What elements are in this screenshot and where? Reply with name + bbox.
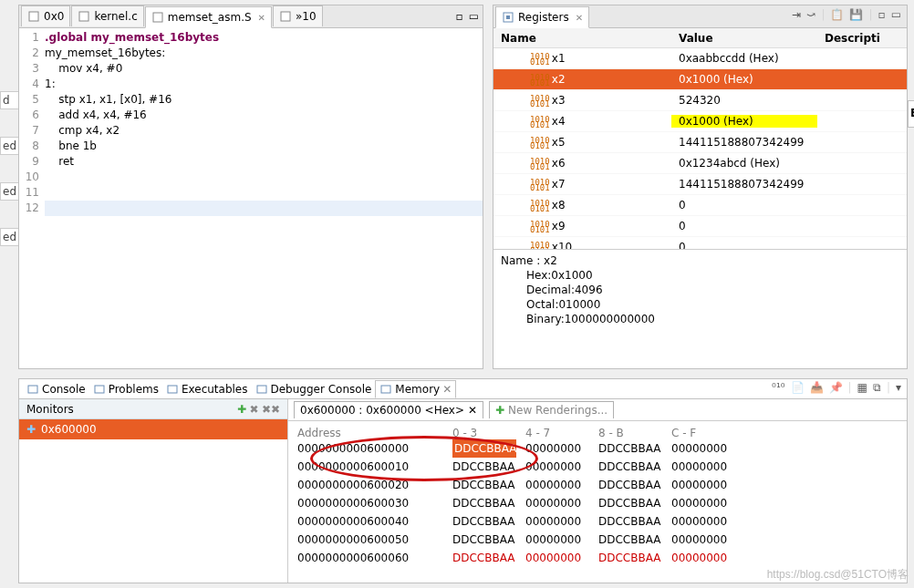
register-row-x6[interactable]: 10100101 x60x1234abcd (Hex)	[493, 153, 907, 174]
memory-cell[interactable]: 00000000	[671, 512, 735, 531]
register-row-x1[interactable]: 10100101 x10xaabbccdd (Hex)	[493, 48, 907, 69]
remove-all-icon[interactable]: ✖✖	[262, 403, 280, 416]
register-value: 0x1234abcd (Hex)	[671, 157, 817, 170]
monitor-item[interactable]: ✚ 0x600000	[19, 419, 287, 439]
register-row-x4[interactable]: 10100101 x40x1000 (Hex)	[493, 111, 907, 132]
save-icon[interactable]: 💾	[849, 8, 863, 21]
memory-row[interactable]: 0000000000600060DDCCBBAA00000000DDCCBBAA…	[297, 549, 898, 567]
memory-cell[interactable]: 00000000	[671, 549, 735, 567]
register-row-x2[interactable]: 10100101 x20x1000 (Hex)	[493, 69, 907, 90]
maximize-icon[interactable]: ▭	[469, 10, 479, 23]
plus-icon: ✚	[495, 404, 504, 417]
memory-cell[interactable]: 00000000	[671, 531, 735, 549]
view-tab-problems[interactable]: Problems	[89, 380, 162, 398]
registers-rows[interactable]: 10100101 x10xaabbccdd (Hex)10100101 x20x…	[493, 48, 907, 249]
code-line-5: 1:	[45, 77, 483, 92]
register-row-x9[interactable]: 10100101 x90	[493, 216, 907, 237]
memory-cell[interactable]: 00000000	[525, 458, 589, 476]
memory-table[interactable]: Address 0 - 3 4 - 7 8 - B C - F 00000000…	[288, 421, 907, 573]
layout1-icon[interactable]: ▦	[857, 381, 867, 394]
copy-icon[interactable]: 📋	[830, 8, 844, 21]
view-tab-memory[interactable]: Memory ✕	[375, 380, 456, 398]
memory-cell[interactable]: DDCCBBAA	[598, 494, 662, 512]
tab--10[interactable]: »10	[273, 5, 323, 26]
register-row-x7[interactable]: 10100101 x7144115188807342499	[493, 174, 907, 195]
memory-cell[interactable]: DDCCBBAA	[598, 439, 662, 458]
add-monitor-icon[interactable]: ✚	[237, 403, 246, 416]
new-rendering-icon[interactable]: 📄	[791, 381, 805, 394]
memory-cell[interactable]: DDCCBBAA	[452, 512, 516, 531]
step-into-icon[interactable]: ⇥	[792, 8, 801, 21]
memory-cell[interactable]: DDCCBBAA	[598, 476, 662, 494]
memory-cell[interactable]: DDCCBBAA	[598, 458, 662, 476]
tab-0x0[interactable]: 0x0	[21, 5, 70, 26]
col-value[interactable]: Value	[671, 32, 817, 45]
import-icon[interactable]: 📥	[810, 381, 824, 394]
memory-cell[interactable]: DDCCBBAA	[452, 439, 516, 458]
tab-hex-rendering[interactable]: 0x600000 : 0x600000 <Hex> ✕	[294, 401, 483, 418]
close-icon[interactable]: ✕	[576, 13, 583, 23]
memory-cell[interactable]: 00000000	[671, 476, 735, 494]
remove-monitor-icon[interactable]: ✖	[249, 403, 258, 416]
link-icon[interactable]: ▾	[896, 381, 901, 394]
step-over-icon[interactable]: ⤻	[806, 8, 815, 21]
memory-cell[interactable]: DDCCBBAA	[452, 458, 516, 476]
memory-cell[interactable]: 00000000	[525, 512, 589, 531]
memory-cell[interactable]: 00000000	[671, 494, 735, 512]
register-row-x5[interactable]: 10100101 x5144115188807342499	[493, 132, 907, 153]
register-row-x8[interactable]: 10100101 x80	[493, 195, 907, 216]
layout2-icon[interactable]: ⧉	[873, 381, 881, 394]
memory-cell[interactable]: DDCCBBAA	[598, 549, 662, 567]
bottom-pane: ConsoleProblemsExecutablesDebugger Conso…	[18, 378, 908, 583]
view-tab-console[interactable]: Console	[23, 380, 89, 398]
register-detail-panel: Name : x2 Hex:0x1000 Decimal:4096 Octal:…	[493, 249, 907, 330]
detail-decimal: Decimal:4096	[501, 283, 899, 297]
tab-registers[interactable]: Registers ✕	[495, 6, 589, 28]
registers-toolbar: ⇥ ⤻ | 📋 💾 | ▫ ▭	[792, 8, 901, 21]
tab-new-rendering[interactable]: ✚ New Renderings...	[489, 401, 614, 418]
memory-row[interactable]: 0000000000600030DDCCBBAA00000000DDCCBBAA…	[297, 494, 898, 512]
tab-label: 0x0	[44, 10, 64, 23]
memory-row[interactable]: 0000000000600040DDCCBBAA00000000DDCCBBAA…	[297, 512, 898, 531]
close-icon[interactable]: ✕	[468, 404, 477, 417]
bits-icon[interactable]: ⁰¹⁰	[772, 381, 784, 394]
register-value: 0	[671, 241, 817, 249]
memory-row[interactable]: 0000000000600020DDCCBBAA00000000DDCCBBAA…	[297, 476, 898, 494]
register-row-x10[interactable]: 10100101 x100	[493, 237, 907, 249]
memory-cell[interactable]: 00000000	[525, 549, 589, 567]
memory-address: 0000000000600010	[297, 458, 443, 476]
memory-cell[interactable]: DDCCBBAA	[452, 494, 516, 512]
close-icon[interactable]: ✕	[442, 383, 452, 396]
detail-binary: Binary:1000000000000	[501, 312, 899, 326]
close-icon[interactable]: ✕	[258, 13, 265, 23]
memory-cell[interactable]: DDCCBBAA	[598, 531, 662, 549]
memory-cell[interactable]: 00000000	[525, 494, 589, 512]
memory-cell[interactable]: DDCCBBAA	[452, 531, 516, 549]
view-tab-executables[interactable]: Executables	[162, 380, 252, 398]
memory-row[interactable]: 0000000000600050DDCCBBAA00000000DDCCBBAA…	[297, 531, 898, 549]
maximize-icon[interactable]: ▭	[891, 8, 901, 21]
memory-cell[interactable]: 00000000	[671, 458, 735, 476]
memory-row[interactable]: 0000000000600000DDCCBBAA00000000DDCCBBAA…	[297, 439, 898, 458]
memory-cell[interactable]: 00000000	[525, 531, 589, 549]
tab-memset_asm-s[interactable]: memset_asm.S✕	[145, 6, 272, 28]
minimize-icon[interactable]: ▫	[878, 8, 886, 21]
minimize-icon[interactable]: ▫	[456, 10, 463, 23]
memory-row[interactable]: 0000000000600010DDCCBBAA00000000DDCCBBAA…	[297, 458, 898, 476]
memory-address: 0000000000600020	[297, 476, 443, 494]
pin-icon[interactable]: 📌	[829, 381, 843, 394]
memory-cell[interactable]: DDCCBBAA	[452, 476, 516, 494]
memory-cell[interactable]: DDCCBBAA	[452, 549, 516, 567]
register-row-x3[interactable]: 10100101 x3524320	[493, 90, 907, 111]
code-line-3: mov x4, #0	[45, 61, 483, 77]
col-description[interactable]: Descripti	[817, 32, 888, 45]
col-name[interactable]: Name	[493, 32, 671, 45]
registers-title: Registers	[518, 11, 569, 24]
tab-kernel-c[interactable]: kernel.c	[71, 5, 143, 26]
code-lines[interactable]: .global my_memset_16bytesmy_memset_16byt…	[45, 28, 483, 368]
memory-cell[interactable]: 00000000	[525, 439, 589, 458]
view-tab-debugger-console[interactable]: Debugger Console	[252, 380, 376, 398]
memory-cell[interactable]: 00000000	[671, 439, 735, 458]
memory-cell[interactable]: 00000000	[525, 476, 589, 494]
memory-cell[interactable]: DDCCBBAA	[598, 512, 662, 531]
